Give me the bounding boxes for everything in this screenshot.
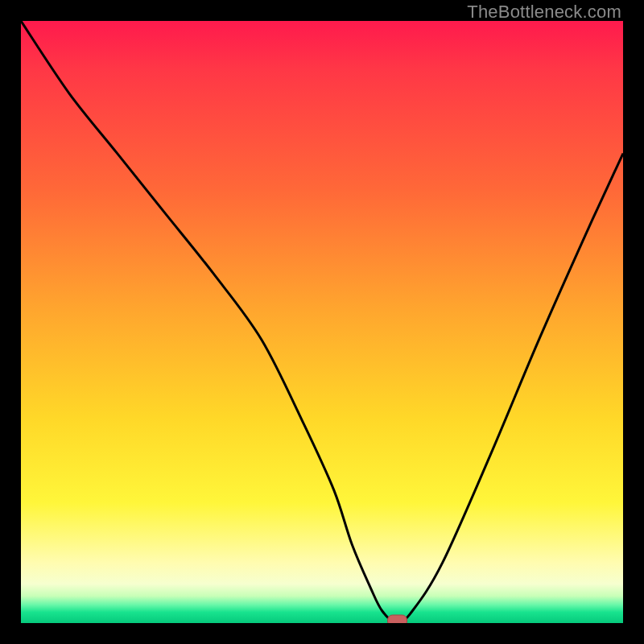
plot-area [21, 21, 623, 623]
curve-layer [21, 21, 623, 623]
watermark-text: TheBottleneck.com [467, 2, 621, 23]
chart-frame: TheBottleneck.com [0, 0, 644, 644]
bottleneck-curve [21, 21, 623, 623]
optimum-marker [388, 615, 407, 623]
